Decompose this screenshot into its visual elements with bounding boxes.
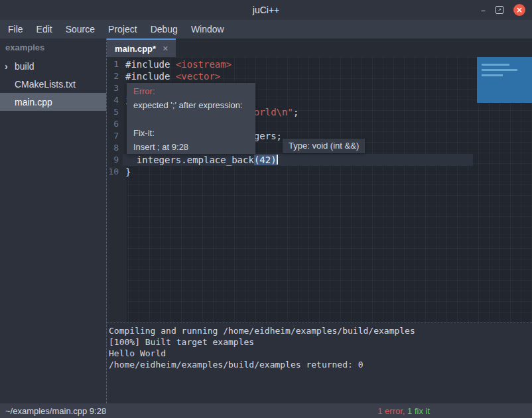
line-number: 6 (107, 118, 123, 130)
terminal-line: Compiling and running /home/eidheim/exam… (109, 325, 532, 336)
minimize-button[interactable]: – (481, 5, 486, 15)
titlebar: juCi++ – ↗ × (0, 0, 532, 20)
preview-thumbnail (477, 57, 532, 103)
line-number: 3 (107, 82, 123, 94)
menubar: FileEditSourceProjectDebugWindow (0, 20, 532, 38)
code-line-1[interactable]: 1#include <iostream> (107, 58, 532, 70)
tabstrip: main.cpp* × (107, 38, 532, 57)
sidebar-item-cmakelists-txt[interactable]: CMakeLists.txt (0, 75, 106, 93)
terminal-panel[interactable]: Compiling and running /home/eidheim/exam… (107, 322, 532, 403)
terminal-line: Hello World (109, 348, 532, 359)
tab-main-cpp[interactable]: main.cpp* × (107, 38, 176, 57)
menu-item-project[interactable]: Project (101, 20, 144, 38)
line-text: } (123, 166, 131, 178)
code-segment: } (125, 167, 131, 177)
code-segment: <vector> (176, 71, 220, 82)
line-number: 4 (107, 94, 123, 106)
tab-close-icon[interactable]: × (163, 44, 168, 53)
sidebar-item-main-cpp[interactable]: main.cpp (0, 93, 106, 111)
line-number: 9 (107, 154, 123, 166)
file-label: build (15, 61, 34, 72)
code-segment: integers.emplace_back (125, 155, 254, 165)
code-line-2[interactable]: 2#include <vector> (107, 70, 532, 82)
line-text (123, 118, 125, 130)
file-label: CMakeLists.txt (15, 79, 76, 90)
error-tooltip-title: Error: (133, 84, 249, 98)
code-segment: (42) (254, 155, 277, 165)
fixit-text: Insert ; at 9:28 (133, 140, 249, 154)
menu-item-edit[interactable]: Edit (30, 20, 59, 38)
code-segment: <iostream> (176, 59, 232, 70)
line-number: 10 (107, 166, 123, 178)
preview-line (482, 69, 517, 71)
code-segment: ; (293, 107, 299, 117)
terminal-line: [100%] Built target examples (109, 336, 532, 348)
file-label: main.cpp (15, 97, 52, 107)
cursor-caret (277, 155, 278, 165)
window-title: juCi++ (253, 5, 279, 15)
window-controls: – ↗ × (481, 0, 525, 20)
sidebar-item-build[interactable]: ›build (0, 57, 106, 75)
line-text (123, 142, 125, 154)
close-button[interactable]: × (513, 4, 525, 16)
close-icon: × (516, 6, 523, 14)
juci-window: juCi++ – ↗ × FileEditSourceProjectDebugW… (0, 0, 532, 418)
error-tooltip-message: expected ';' after expression: (133, 98, 249, 112)
line-number: 8 (107, 142, 123, 154)
editor-column: main.cpp* × 1#include <iostream>2#includ… (106, 38, 532, 403)
error-tooltip-spacer (133, 112, 249, 126)
type-tooltip: Type: void (int &&) (283, 139, 365, 153)
fixit-title: Fix-it: (133, 126, 249, 140)
terminal-line: /home/eidheim/examples/build/examples re… (109, 359, 532, 370)
editor[interactable]: 1#include <iostream>2#include <vector>34… (107, 57, 532, 322)
line-text: #include <vector> (123, 70, 220, 82)
code-segment: #include (125, 59, 176, 70)
file-tree: ›buildCMakeLists.txtmain.cpp (0, 57, 106, 111)
menu-item-file[interactable]: File (1, 20, 30, 38)
preview-line (482, 74, 503, 76)
restore-icon: ↗ (498, 7, 501, 13)
menu-item-debug[interactable]: Debug (144, 20, 184, 38)
line-text (123, 82, 125, 94)
preview-line (482, 64, 509, 66)
sidebar: examples ›buildCMakeLists.txtmain.cpp (0, 38, 106, 403)
fixit-count: 1 fix it (405, 406, 430, 416)
content-area: examples ›buildCMakeLists.txtmain.cpp ma… (0, 38, 532, 403)
status-file-position: ~/examples/main.cpp 9:28 (0, 406, 106, 416)
line-number: 1 (107, 58, 123, 70)
menu-item-source[interactable]: Source (59, 20, 101, 38)
line-text: integers.emplace_back(42) (123, 154, 473, 166)
code-line-9[interactable]: 9 integers.emplace_back(42) (107, 154, 532, 166)
menu-item-window[interactable]: Window (184, 20, 231, 38)
code-segment: #include (125, 71, 176, 82)
tab-label: main.cpp* (115, 44, 156, 54)
line-number: 5 (107, 106, 123, 118)
line-number: 7 (107, 130, 123, 142)
line-number: 2 (107, 70, 123, 82)
status-diagnostics: 1 error, 1 fix it (377, 406, 430, 416)
line-text: #include <iostream> (123, 58, 232, 70)
code-line-10[interactable]: 10} (107, 166, 532, 178)
statusbar: ~/examples/main.cpp 9:28 1 error, 1 fix … (0, 403, 532, 418)
project-name-header: examples (0, 38, 106, 57)
terminal-output: Compiling and running /home/eidheim/exam… (109, 325, 532, 370)
restore-button[interactable]: ↗ (496, 6, 503, 14)
error-tooltip: Error: expected ';' after expression: Fi… (127, 83, 255, 154)
error-count: 1 error, (377, 406, 405, 416)
chevron-right-icon[interactable]: › (5, 61, 15, 72)
